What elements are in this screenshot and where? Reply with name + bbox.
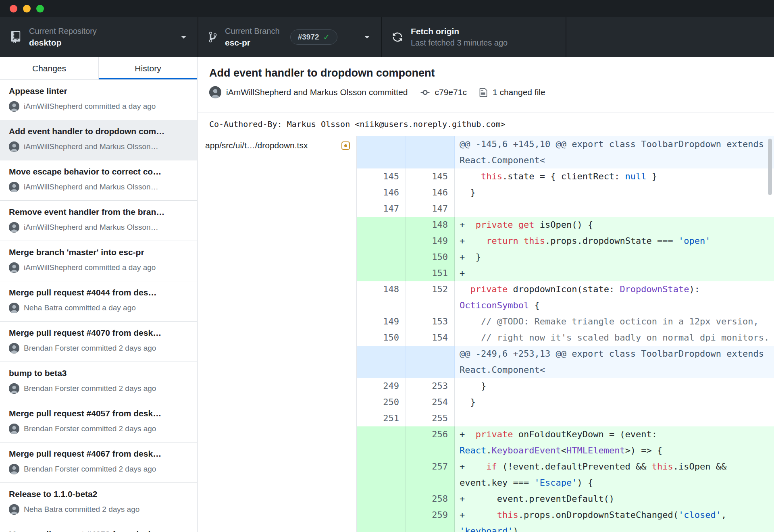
diff-code: // @TODO: Remake triangle octicon in a 1… [455, 314, 774, 330]
avatar [9, 141, 19, 152]
diff-hunk-header: @@ -249,6 +253,13 @@ export class Toolba… [357, 346, 774, 378]
diff-gutter-new: 257 [406, 459, 455, 491]
commit-list-item[interactable]: Merge pull request #4053 from desk…Neha … [0, 523, 197, 532]
diff-gutter-new [406, 136, 455, 168]
commit-item-title: Appease linter [9, 86, 188, 96]
diff-gutter-old: 249 [357, 378, 406, 394]
avatar [9, 182, 19, 192]
commit-item-meta-text: Brendan Forster committed 2 days ago [24, 465, 156, 474]
commit-list-item[interactable]: Merge pull request #4057 from desk…Brend… [0, 402, 197, 443]
diff-gutter-old: 150 [357, 330, 406, 346]
diff-gutter-old: 145 [357, 168, 406, 185]
diff-line: 259+ this.props.onDropdownStateChanged('… [357, 507, 774, 532]
commit-item-meta-text: iAmWillShepherd and Markus Olsson… [24, 183, 158, 191]
git-commit-icon [420, 87, 430, 98]
commit-title: Add event handler to dropdown component [209, 67, 763, 79]
diff-line: 148+ private get isOpen() { [357, 217, 774, 233]
avatar [9, 101, 19, 112]
tab-bar: ChangesHistory [0, 57, 197, 80]
commit-list-item[interactable]: Move escape behavior to correct co…iAmWi… [0, 160, 197, 201]
diff-code [455, 410, 774, 426]
diff-gutter-old [357, 459, 406, 491]
diff-gutter-new: 150 [406, 249, 455, 265]
diff-line: 249253 } [357, 378, 774, 394]
commit-list: Appease linteriAmWillShepherd committed … [0, 80, 197, 532]
commit-item-title: Merge pull request #4070 from desk… [9, 328, 188, 338]
diff-code: + return this.props.dropdownState === 'o… [455, 233, 774, 249]
commit-item-meta-text: iAmWillShepherd and Markus Olsson… [24, 223, 158, 232]
commit-item-title: Merge pull request #4053 from desk… [9, 530, 188, 532]
commit-item-meta: Neha Batra committed a day ago [9, 303, 188, 313]
pr-number-badge[interactable]: #3972 ✓ [290, 29, 338, 45]
repo-icon [10, 31, 21, 43]
diff-gutter-new: 153 [406, 314, 455, 330]
commit-list-item[interactable]: Release to 1.1.0-beta2Neha Batra committ… [0, 483, 197, 523]
tab-history[interactable]: History [98, 57, 197, 79]
branch-label: Current Branch [225, 27, 280, 36]
file-path: app/src/ui/t…/dropdown.tsx [205, 141, 308, 150]
avatar [9, 222, 19, 233]
diff-code: + event.preventDefault() [455, 491, 774, 507]
commit-list-item[interactable]: Merge branch 'master' into esc-priAmWill… [0, 241, 197, 281]
diff-gutter-new: 149 [406, 233, 455, 249]
commit-item-meta: Brendan Forster committed 2 days ago [9, 343, 188, 353]
diff-panel: @@ -145,6 +145,10 @@ export class Toolba… [357, 136, 774, 532]
changed-files-icon [479, 87, 488, 98]
diff-code: + private onFoldoutKeyDown = (event: Rea… [455, 426, 774, 459]
diff-gutter-old [357, 233, 406, 249]
diff-gutter-new: 152 [406, 281, 455, 314]
commit-item-title: Remove event handler from the bran… [9, 207, 188, 217]
commit-item-meta-text: Brendan Forster committed 2 days ago [24, 424, 156, 433]
diff-line: 151+ [357, 265, 774, 281]
commit-item-meta-text: iAmWillShepherd committed a day ago [24, 263, 156, 272]
commit-item-title: Release to 1.1.0-beta2 [9, 489, 188, 499]
chevron-down-icon [364, 34, 370, 41]
commit-list-item[interactable]: Merge pull request #4070 from desk…Brend… [0, 322, 197, 362]
commit-item-title: Merge branch 'master' into esc-pr [9, 247, 188, 257]
diff-scrollbar[interactable] [768, 139, 772, 195]
branch-name: esc-pr [225, 38, 280, 48]
commit-item-meta-text: iAmWillShepherd committed a day ago [24, 102, 156, 111]
commit-list-item[interactable]: Merge pull request #4044 from des…Neha B… [0, 281, 197, 322]
commit-byline-row: iAmWillShepherd and Markus Olsson commit… [209, 86, 763, 98]
branch-picker-button[interactable]: Current Branch esc-pr #3972 ✓ [198, 17, 381, 57]
diff-code: + private get isOpen() { [455, 217, 774, 233]
diff-line: 149153 // @TODO: Remake triangle octicon… [357, 314, 774, 330]
file-row[interactable]: app/src/ui/t…/dropdown.tsx [198, 136, 356, 155]
commit-item-meta-text: Neha Batra committed 2 days ago [24, 505, 139, 514]
avatar [9, 303, 19, 313]
diff-line: 147147 [357, 201, 774, 217]
zoom-window-button[interactable] [36, 5, 44, 12]
diff-gutter-new: 147 [406, 201, 455, 217]
diff-line: 251255 [357, 410, 774, 426]
commit-item-meta: iAmWillShepherd committed a day ago [9, 262, 188, 273]
commit-item-title: Merge pull request #4067 from desk… [9, 449, 188, 459]
commit-description: Co-Authored-By: Markus Olsson <niik@user… [198, 112, 774, 136]
diff-code: @@ -249,6 +253,13 @@ export class Toolba… [455, 346, 774, 378]
diff-code: } [455, 378, 774, 394]
diff-gutter-old [357, 346, 406, 378]
diff-gutter-new: 259 [406, 507, 455, 532]
commit-list-item[interactable]: Remove event handler from the bran…iAmWi… [0, 201, 197, 241]
commit-item-title: Add event handler to dropdown com… [9, 127, 188, 136]
window-titlebar [0, 0, 774, 17]
repository-picker-button[interactable]: Current Repository desktop [0, 17, 198, 57]
fetch-title: Fetch origin [411, 27, 508, 36]
diff-hunk-header: @@ -145,6 +145,10 @@ export class Toolba… [357, 136, 774, 168]
close-window-button[interactable] [10, 5, 17, 12]
modified-status-icon [341, 141, 350, 150]
main-pane: Add event handler to dropdown component … [198, 57, 774, 532]
minimize-window-button[interactable] [23, 5, 31, 12]
commit-list-item[interactable]: Add event handler to dropdown com…iAmWil… [0, 120, 197, 160]
commit-list-item[interactable]: bump to beta3Brendan Forster committed 2… [0, 362, 197, 402]
commit-item-meta: iAmWillShepherd and Markus Olsson… [9, 222, 188, 233]
fetch-origin-button[interactable]: Fetch origin Last fetched 3 minutes ago [381, 17, 566, 57]
commit-list-item[interactable]: Merge pull request #4067 from desk…Brend… [0, 443, 197, 483]
commit-list-item[interactable]: Appease linteriAmWillShepherd committed … [0, 80, 197, 120]
diff-gutter-new: 146 [406, 185, 455, 201]
tab-changes[interactable]: Changes [0, 57, 98, 79]
file-panel: app/src/ui/t…/dropdown.tsx [198, 136, 357, 532]
diff-gutter-old [357, 426, 406, 459]
diff-gutter-new: 253 [406, 378, 455, 394]
sync-icon [392, 32, 403, 42]
